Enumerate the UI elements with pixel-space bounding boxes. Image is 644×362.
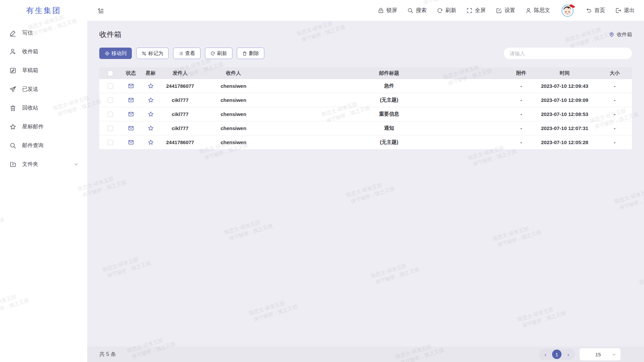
size-cell: - [597, 83, 632, 89]
col-sender: 发件人 [161, 70, 199, 76]
logout-button[interactable]: 退出 [615, 7, 635, 14]
table-row[interactable]: cikl777chensiwen重要信息-2023-07-10 12:08:53… [99, 107, 632, 121]
header-actions: 锁屏 搜索 刷新 全屏 [378, 3, 635, 18]
col-subject: 邮件标题 [268, 70, 511, 76]
page-refresh-button[interactable]: 刷新 [437, 7, 456, 14]
star-toggle-icon[interactable] [148, 83, 154, 89]
trash-icon [9, 105, 16, 112]
inbox-user-icon [9, 48, 16, 55]
user-icon [525, 7, 532, 14]
sidebar-item-trash[interactable]: 回收站 [0, 99, 87, 117]
sidebar-item-mail-search[interactable]: 邮件查询 [0, 136, 87, 155]
view-button[interactable]: 查看 [173, 48, 201, 59]
page-size-value: 15 [580, 352, 612, 357]
table-row[interactable]: cikl777chensiwen(无主题)-2023-07-10 12:09:0… [99, 93, 632, 107]
star-toggle-icon[interactable] [148, 139, 154, 145]
table-search-input[interactable] [504, 48, 632, 59]
search-icon [407, 7, 414, 14]
page-size-select[interactable]: 15 [580, 348, 621, 360]
sidebar-item-label: 收件箱 [22, 48, 78, 55]
time-cell: 2023-07-10 12:09:09 [532, 97, 597, 103]
attachment-cell: - [511, 97, 532, 103]
sidebar-item-starred[interactable]: 星标邮件 [0, 117, 87, 136]
table-row[interactable]: 2441786077chensiwen(无主题)-2023-07-10 12:0… [99, 135, 632, 149]
current-page[interactable]: 1 [552, 350, 561, 359]
star-toggle-icon[interactable] [148, 125, 154, 131]
breadcrumb-label: 收件箱 [617, 32, 632, 38]
attachment-cell: - [511, 83, 532, 89]
row-checkbox[interactable] [108, 98, 113, 103]
row-checkbox[interactable] [108, 126, 113, 131]
logout-label: 退出 [624, 7, 635, 14]
mark-tag-icon [142, 51, 147, 56]
sidebar-item-label: 星标邮件 [22, 123, 78, 130]
global-search-label: 搜索 [416, 7, 427, 14]
fullscreen-label: 全屏 [475, 7, 486, 14]
sidebar-item-sent[interactable]: 已发送 [0, 80, 87, 99]
star-toggle-icon[interactable] [148, 97, 154, 103]
table-body: 2441786077chensiwen急件-2023-07-10 12:09:4… [99, 79, 632, 149]
global-search-button[interactable]: 搜索 [407, 7, 427, 14]
sidebar-item-label: 草稿箱 [22, 67, 78, 74]
settings-button[interactable]: 设置 [496, 7, 515, 14]
col-status: 状态 [121, 70, 140, 76]
table-row[interactable]: cikl777chensiwen通知-2023-07-10 12:07:31- [99, 121, 632, 135]
attachment-cell: - [511, 125, 532, 131]
row-checkbox[interactable] [108, 112, 113, 117]
page-title: 收件箱 [99, 29, 121, 40]
recipient-cell: chensiwen [199, 97, 268, 103]
location-pin-icon [609, 32, 614, 38]
sidebar-item-compose[interactable]: 写信 [0, 23, 87, 42]
sidebar-item-label: 文件夹 [22, 161, 74, 168]
mark-as-button[interactable]: 标记为 [136, 48, 169, 59]
table-footer: 共 5 条 ‹ 1 › 15 [87, 347, 644, 362]
prev-page-button[interactable]: ‹ [542, 351, 549, 358]
move-to-button[interactable]: 移动到 [99, 48, 132, 59]
draft-icon [9, 67, 16, 74]
delete-button[interactable]: 删除 [237, 48, 264, 59]
lock-icon [378, 7, 384, 14]
envelope-icon[interactable] [128, 139, 134, 145]
star-toggle-icon[interactable] [148, 111, 154, 117]
lock-screen-button[interactable]: 锁屏 [378, 7, 397, 14]
sender-cell: 2441786077 [161, 83, 199, 89]
refresh-list-button[interactable]: 刷新 [205, 48, 232, 59]
row-checkbox[interactable] [108, 140, 113, 145]
menu-fold-icon[interactable] [97, 7, 105, 14]
envelope-icon[interactable] [128, 125, 134, 131]
sidebar-item-label: 写信 [22, 29, 78, 37]
fullscreen-button[interactable]: 全屏 [466, 7, 486, 14]
home-button[interactable]: 首页 [586, 7, 605, 14]
user-name: 陈思文 [534, 7, 550, 14]
subject-cell: (无主题) [268, 139, 511, 145]
row-checkbox[interactable] [108, 83, 113, 89]
sidebar-item-folders[interactable]: 文件夹 [0, 155, 87, 174]
attachment-cell: - [511, 111, 532, 117]
envelope-icon[interactable] [128, 83, 134, 89]
user-menu[interactable]: 陈思文 [525, 7, 550, 14]
table-row[interactable]: 2441786077chensiwen急件-2023-07-10 12:09:4… [99, 79, 632, 93]
mail-table: 状态 星标 发件人 收件人 邮件标题 附件 时间 大小 2441786077ch… [99, 67, 632, 149]
recipient-cell: chensiwen [199, 139, 268, 145]
select-all-checkbox[interactable] [108, 71, 113, 76]
col-size: 大小 [597, 70, 632, 76]
avatar[interactable] [560, 3, 576, 18]
content: 收件箱 收件箱 移动到 [87, 21, 644, 347]
sender-cell: cikl777 [161, 125, 199, 131]
sender-cell: cikl777 [161, 97, 199, 103]
sidebar-item-label: 回收站 [22, 105, 78, 112]
settings-label: 设置 [504, 7, 515, 14]
move-target-icon [105, 51, 110, 56]
page-refresh-label: 刷新 [445, 7, 456, 14]
envelope-icon[interactable] [128, 97, 134, 103]
sidebar-item-drafts[interactable]: 草稿箱 [0, 61, 87, 80]
search-icon [9, 142, 16, 149]
top-header: 锁屏 搜索 刷新 全屏 [87, 0, 644, 21]
table-header-row: 状态 星标 发件人 收件人 邮件标题 附件 时间 大小 [99, 67, 632, 79]
envelope-icon[interactable] [128, 111, 134, 117]
home-label: 首页 [594, 7, 605, 14]
sidebar-item-label: 邮件查询 [22, 142, 78, 149]
sidebar-item-inbox[interactable]: 收件箱 [0, 42, 87, 61]
refresh-icon [210, 51, 215, 56]
next-page-button[interactable]: › [565, 351, 572, 358]
